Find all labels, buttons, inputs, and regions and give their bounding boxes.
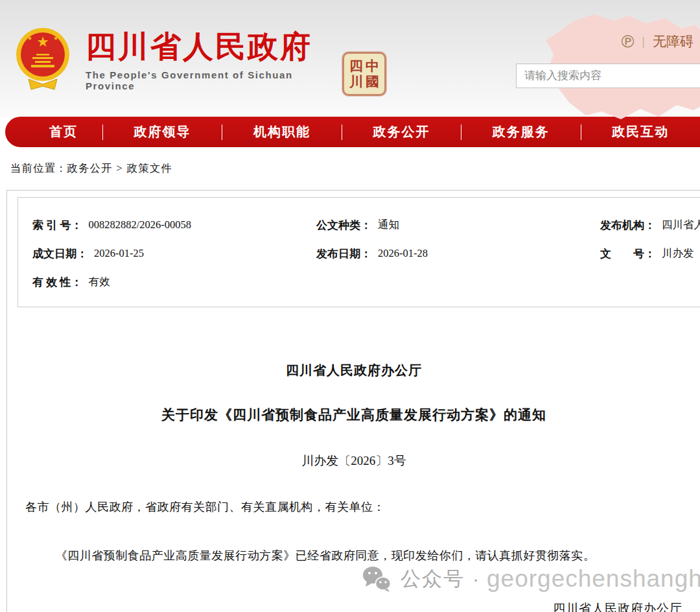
meta-value: 2026-01-25 xyxy=(94,247,144,260)
breadcrumb-section[interactable]: 政务公开 xyxy=(67,161,113,176)
meta-label: 成文日期： xyxy=(32,246,88,261)
meta-label: 有 效 性： xyxy=(32,275,82,290)
nav-item-institutional-functions[interactable]: 机构职能 xyxy=(222,123,341,141)
meta-value: 有效 xyxy=(89,275,110,289)
document-number: 川办发〔2026〕3号 xyxy=(7,453,700,469)
accessibility-link[interactable]: 无障碍 xyxy=(653,32,694,51)
svg-text:★: ★ xyxy=(53,35,58,41)
document-title: 关于印发《四川省预制食品产业高质量发展行动方案》的通知 xyxy=(7,406,700,424)
meta-index-number: 索 引 号： 008282882/2026-00058 xyxy=(32,218,316,233)
nav-item-public-interaction[interactable]: 政民互动 xyxy=(581,123,700,141)
site-title: 四川省人民政府 xyxy=(86,30,340,64)
meta-publish-date: 发布日期： 2026-01-28 xyxy=(316,246,600,261)
content-panel: 索 引 号： 008282882/2026-00058 公文种类： 通知 发布机… xyxy=(6,190,700,612)
meta-label: 发布机构： xyxy=(600,218,655,233)
svg-text:★: ★ xyxy=(32,29,38,35)
svg-text:★: ★ xyxy=(36,34,49,50)
seal-left-column: 四川 xyxy=(349,58,363,89)
meta-value: 2026-01-28 xyxy=(378,247,428,260)
meta-label: 索 引 号： xyxy=(32,218,82,233)
breadcrumb-separator: > xyxy=(117,162,123,175)
page: { "header": { "site_title": "四川省人民政府", "… xyxy=(0,0,700,612)
meta-label: 发布日期： xyxy=(316,246,371,261)
document-metadata-table: 索 引 号： 008282882/2026-00058 公文种类： 通知 发布机… xyxy=(18,197,700,307)
accessibility-separator: | xyxy=(642,35,645,49)
meta-issuing-agency: 发布机构： 四川省人 xyxy=(600,218,700,233)
nav-item-government-affairs[interactable]: 政务公开 xyxy=(342,123,461,141)
meta-document-number: 文 号： 川办发 xyxy=(600,246,700,261)
meta-value: 川办发 xyxy=(662,246,694,261)
nav-item-home[interactable]: 首页 xyxy=(25,123,102,141)
meta-label: 公文种类： xyxy=(316,218,371,233)
breadcrumb-page[interactable]: 政策文件 xyxy=(127,161,172,176)
seal-right-column: 中國 xyxy=(366,58,379,89)
document-body: 四川省人民政府办公厅 关于印发《四川省预制食品产业高质量发展行动方案》的通知 川… xyxy=(7,362,700,612)
nav-item-government-services[interactable]: 政务服务 xyxy=(461,123,580,141)
breadcrumb-label: 当前位置： xyxy=(10,161,67,176)
meta-value: 四川省人 xyxy=(662,218,700,232)
document-signature: 四川省人民政府办公厅 xyxy=(7,600,700,612)
china-sichuan-seal-icon: 四川 中國 xyxy=(342,52,386,96)
site-title-block: 四川省人民政府 The People's Government of Sichu… xyxy=(86,23,340,95)
search-input[interactable] xyxy=(516,64,700,88)
site-header: ★ ★ ★ ★ ★ 四川省人民政府 The People's Governmen… xyxy=(0,0,700,117)
site-logo-link[interactable]: ★ ★ ★ ★ ★ 四川省人民政府 The People's Governmen… xyxy=(16,23,340,95)
svg-text:★: ★ xyxy=(27,35,32,41)
svg-text:★: ★ xyxy=(48,29,53,35)
meta-document-type: 公文种类： 通知 xyxy=(316,218,600,233)
document-agency-title: 四川省人民政府办公厅 xyxy=(7,362,700,379)
nav-item-government-leaders[interactable]: 政府领导 xyxy=(103,123,222,141)
site-subtitle: The People's Government of Sichuan Provi… xyxy=(86,69,340,91)
meta-validity: 有 效 性： 有效 xyxy=(32,275,316,290)
meta-value: 008282882/2026-00058 xyxy=(89,218,192,231)
meta-label: 文 号： xyxy=(600,246,655,261)
document-salutation: 各市（州）人民政府，省政府有关部门、有关直属机构，有关单位： xyxy=(7,499,700,515)
document-paragraph: 《四川省预制食品产业高质量发展行动方案》已经省政府同意，现印发给你们，请认真抓好… xyxy=(7,548,700,564)
meta-written-date: 成文日期： 2026-01-25 xyxy=(32,246,316,261)
circle-p-icon[interactable]: ℗ xyxy=(621,33,634,51)
breadcrumb: 当前位置： 政务公开 > 政策文件 xyxy=(0,147,700,190)
national-emblem-icon: ★ ★ ★ ★ ★ xyxy=(16,23,70,93)
accessibility-row: ℗ | 无障碍 xyxy=(621,32,694,51)
meta-value: 通知 xyxy=(378,218,399,232)
